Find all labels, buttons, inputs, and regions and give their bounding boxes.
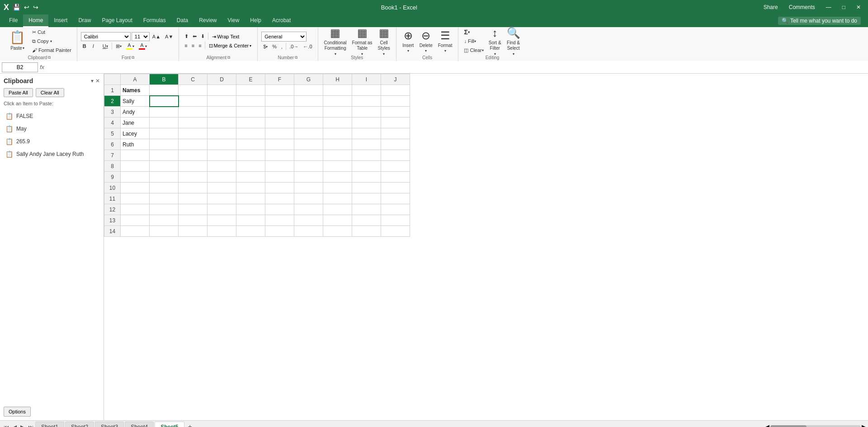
comma-button[interactable]: , (279, 42, 284, 51)
cell-H6[interactable] (323, 139, 352, 150)
quick-undo[interactable]: ↩ (24, 4, 29, 11)
col-header-B[interactable]: B (150, 74, 179, 85)
cell-J9[interactable] (381, 172, 410, 183)
cell-H4[interactable] (323, 117, 352, 128)
col-header-I[interactable]: I (352, 74, 381, 85)
comments-button[interactable]: Comments (785, 3, 819, 11)
currency-button[interactable]: $▾ (261, 42, 269, 51)
clipboard-item-false[interactable]: 📋 FALSE (4, 110, 100, 122)
cell-I10[interactable] (352, 183, 381, 193)
bold-button[interactable]: B (81, 42, 90, 50)
cell-H8[interactable] (323, 161, 352, 172)
menu-review[interactable]: Review (193, 14, 222, 27)
cell-E11[interactable] (236, 193, 265, 204)
cell-D5[interactable] (208, 128, 236, 139)
cell-B3[interactable] (150, 107, 179, 117)
cell-A10[interactable] (121, 183, 150, 193)
cell-G14[interactable] (294, 226, 323, 237)
cell-A9[interactable] (121, 172, 150, 183)
row-header-13[interactable]: 13 (104, 215, 121, 226)
cell-I12[interactable] (352, 204, 381, 215)
row-header-5[interactable]: 5 (104, 128, 121, 139)
quick-redo[interactable]: ↪ (33, 4, 38, 11)
clipboard-close-button[interactable]: ✕ (95, 78, 100, 84)
formula-input[interactable] (46, 62, 866, 72)
cell-H14[interactable] (323, 226, 352, 237)
cell-H7[interactable] (323, 150, 352, 161)
cell-A7[interactable] (121, 150, 150, 161)
menu-page-layout[interactable]: Page Layout (96, 14, 137, 27)
cell-G9[interactable] (294, 172, 323, 183)
cell-C12[interactable] (179, 204, 208, 215)
format-painter-button[interactable]: 🖌 Format Painter (30, 46, 73, 54)
find-select-button[interactable]: 🔍 Find &Select ▾ (505, 28, 523, 54)
col-header-C[interactable]: C (179, 74, 208, 85)
cell-A6[interactable]: Ruth (121, 139, 150, 150)
top-align-button[interactable]: ⬆ (183, 33, 190, 41)
col-header-J[interactable]: J (381, 74, 410, 85)
cell-B2[interactable] (150, 96, 179, 107)
align-left-button[interactable]: ≡ (183, 42, 189, 50)
cell-G6[interactable] (294, 139, 323, 150)
cell-I14[interactable] (352, 226, 381, 237)
cell-G3[interactable] (294, 107, 323, 117)
cell-G10[interactable] (294, 183, 323, 193)
cell-G13[interactable] (294, 215, 323, 226)
menu-help[interactable]: Help (245, 14, 267, 27)
cell-I8[interactable] (352, 161, 381, 172)
cell-D2[interactable] (208, 96, 236, 107)
row-header-7[interactable]: 7 (104, 150, 121, 161)
cell-H9[interactable] (323, 172, 352, 183)
cell-C7[interactable] (179, 150, 208, 161)
row-header-1[interactable]: 1 (104, 85, 121, 96)
cell-B10[interactable] (150, 183, 179, 193)
cell-C1[interactable] (179, 85, 208, 96)
clear-all-button[interactable]: Clear All (36, 88, 64, 97)
cell-I13[interactable] (352, 215, 381, 226)
middle-align-button[interactable]: ⬅ (191, 33, 198, 41)
cell-E5[interactable] (236, 128, 265, 139)
share-button[interactable]: Share (760, 3, 782, 11)
sum-button[interactable]: Σ ▾ (462, 28, 471, 36)
cell-I3[interactable] (352, 107, 381, 117)
cell-C9[interactable] (179, 172, 208, 183)
font-name-select[interactable]: Calibri (81, 32, 131, 41)
paste-all-button[interactable]: Paste All (4, 88, 33, 97)
name-box[interactable] (2, 62, 38, 72)
sheet-tab-sheet3[interactable]: Sheet3 (95, 422, 124, 427)
cell-E2[interactable] (236, 96, 265, 107)
cell-A1[interactable]: Names (121, 85, 150, 96)
cell-C14[interactable] (179, 226, 208, 237)
row-header-6[interactable]: 6 (104, 139, 121, 150)
cell-G11[interactable] (294, 193, 323, 204)
menu-view[interactable]: View (222, 14, 245, 27)
row-header-14[interactable]: 14 (104, 226, 121, 237)
cell-J12[interactable] (381, 204, 410, 215)
cell-F2[interactable] (265, 96, 294, 107)
menu-acrobat[interactable]: Acrobat (267, 14, 296, 27)
sort-filter-button[interactable]: ↕ Sort &Filter ▾ (486, 28, 504, 54)
cell-H10[interactable] (323, 183, 352, 193)
col-header-H[interactable]: H (323, 74, 352, 85)
cell-G4[interactable] (294, 117, 323, 128)
merge-center-button[interactable]: ⊡ Merge & Center ▾ (207, 42, 254, 50)
row-header-4[interactable]: 4 (104, 117, 121, 128)
row-header-10[interactable]: 10 (104, 183, 121, 193)
sheet-tab-sheet4[interactable]: Sheet4 (125, 422, 154, 427)
paste-button[interactable]: 📋 Paste ▾ (5, 28, 29, 54)
number-expand-icon[interactable]: ⧉ (295, 55, 297, 60)
cell-F6[interactable] (265, 139, 294, 150)
cell-G8[interactable] (294, 161, 323, 172)
menu-insert[interactable]: Insert (48, 14, 73, 27)
cell-C3[interactable] (179, 107, 208, 117)
clear-button[interactable]: ◫ Clear ▾ (462, 46, 485, 54)
cell-E9[interactable] (236, 172, 265, 183)
cell-A14[interactable] (121, 226, 150, 237)
col-header-G[interactable]: G (294, 74, 323, 85)
cell-J4[interactable] (381, 117, 410, 128)
cell-J14[interactable] (381, 226, 410, 237)
search-box[interactable]: 🔍 Tell me what you want to do (778, 17, 861, 25)
cell-D3[interactable] (208, 107, 236, 117)
cell-I7[interactable] (352, 150, 381, 161)
cell-J8[interactable] (381, 161, 410, 172)
